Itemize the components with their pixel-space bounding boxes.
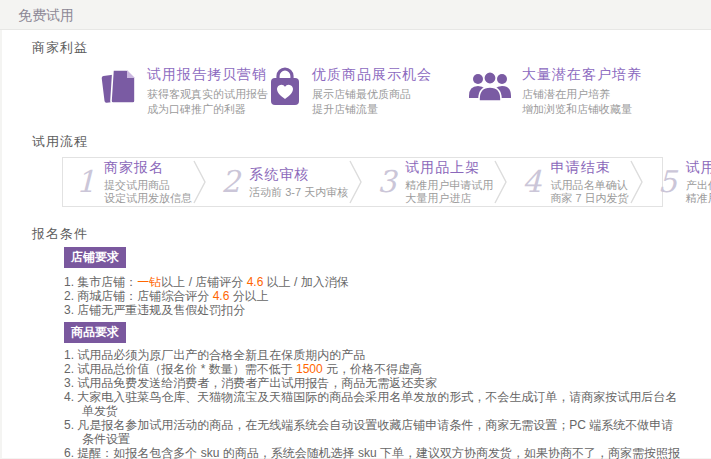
product-requirements-list: 1. 试用品必须为原厂出产的合格全新且在保质期内的产品 2. 试用品总价值（报名… [64, 348, 683, 459]
benefit-title: 大量潜在客户培养 [522, 66, 642, 84]
step-title: 商家报名 [104, 159, 192, 177]
step-number: 2 [221, 167, 240, 197]
copy-report-icon [100, 66, 138, 112]
shop-requirements-badge: 店铺要求 [64, 247, 126, 268]
list-item: 1. 集市店铺：一钻以上 / 店铺评分 4.6 以上 / 加入消保 [64, 275, 683, 289]
chevron-right-icon [192, 159, 208, 205]
benefit-title: 优质商品展示机会 [312, 66, 432, 84]
process-step-2: 2 系统审核 活动前 3-7 天内审核 [208, 166, 348, 199]
list-item: 2. 试用品总价值（报名价 * 数量）需不低于 1500 元，价格不得虚高 [64, 362, 683, 376]
step-number: 1 [76, 167, 95, 197]
chevron-right-icon [629, 159, 645, 205]
step-desc: 精准用户申请试用 [405, 179, 493, 192]
benefit-desc: 增加浏览和店铺收藏量 [522, 102, 642, 117]
step-number: 5 [658, 167, 677, 197]
step-desc: 活动前 3-7 天内审核 [249, 186, 348, 199]
step-desc: 试用品名单确认 [550, 179, 628, 192]
step-desc: 精准用户二次营销 [686, 192, 711, 205]
step-desc: 提交试用商品 [104, 179, 192, 192]
process-heading: 试用流程 [32, 133, 711, 151]
benefit-item-report: 试用报告拷贝营销 获得客观真实的试用报告 成为口碑推广的利器 [100, 66, 267, 117]
step-number: 4 [522, 167, 541, 197]
bag-heart-icon [267, 66, 303, 112]
product-requirements-badge: 商品要求 [64, 322, 126, 343]
benefits-heading: 商家利益 [32, 30, 711, 57]
conditions-heading: 报名条件 [32, 225, 711, 243]
chevron-right-icon [493, 159, 509, 205]
list-item: 3. 店铺无严重违规及售假处罚扣分 [64, 303, 683, 317]
list-item: 6. 提醒：如报名包含多个 sku 的商品，系统会随机选择 sku 下单，建议双… [64, 446, 683, 459]
people-group-icon [467, 66, 513, 110]
step-number: 3 [377, 167, 396, 197]
list-item: 5. 凡是报名参加试用活动的商品，在无线端系统会自动设置收藏店铺申请条件，商家无… [64, 418, 683, 446]
step-title: 试用结束 [686, 159, 711, 177]
process-step-4: 4 申请结束 试用品名单确认 商家 7 日内发货 [509, 159, 628, 205]
benefits-row: 试用报告拷贝营销 获得客观真实的试用报告 成为口碑推广的利器 优质商品展示机会 … [100, 66, 711, 117]
benefit-title: 试用报告拷贝营销 [147, 66, 268, 84]
list-item: 4. 大家电入驻菜鸟仓库、天猫物流宝及天猫国际的商品会采用名单发放的形式，不会生… [64, 390, 683, 418]
benefit-item-customers: 大量潜在客户培养 店铺潜在用户培养 增加浏览和店铺收藏量 [467, 66, 642, 117]
step-desc: 产出优质试用报告 [686, 179, 711, 192]
benefit-desc: 提升店铺流量 [312, 102, 432, 117]
content-panel: 商家利益 试用报告拷贝营销 获得客观真实的试用报告 成为口碑推广的利器 [2, 30, 711, 458]
list-item: 1. 试用品必须为原厂出产的合格全新且在保质期内的产品 [64, 348, 683, 362]
benefit-item-showcase: 优质商品展示机会 展示店铺最优质商品 提升店铺流量 [267, 66, 467, 117]
process-step-1: 1 商家报名 提交试用商品 设定试用发放信息 [63, 159, 192, 205]
benefit-desc: 获得客观真实的试用报告 [147, 87, 268, 102]
chevron-right-icon [348, 159, 364, 205]
step-desc: 大量用户进店 [405, 192, 493, 205]
page-header: 免费试用 [0, 0, 711, 30]
process-step-3: 3 试用品上架 精准用户申请试用 大量用户进店 [364, 159, 493, 205]
step-title: 系统审核 [249, 166, 348, 184]
benefit-desc: 成为口碑推广的利器 [147, 102, 268, 117]
process-step-5: 5 试用结束 产出优质试用报告 精准用户二次营销 [645, 159, 711, 205]
list-item: 3. 试用品免费发送给消费者，消费者产出试用报告，商品无需返还卖家 [64, 376, 683, 390]
benefit-desc: 展示店铺最优质商品 [312, 87, 432, 102]
step-desc: 商家 7 日内发货 [550, 192, 628, 205]
benefit-desc: 店铺潜在用户培养 [522, 87, 642, 102]
shop-requirements-list: 1. 集市店铺：一钻以上 / 店铺评分 4.6 以上 / 加入消保 2. 商城店… [64, 275, 683, 317]
process-strip: 1 商家报名 提交试用商品 设定试用发放信息 2 系统审核 活动前 3-7 天内… [62, 157, 663, 207]
list-item: 2. 商城店铺：店铺综合评分 4.6 分以上 [64, 289, 683, 303]
step-title: 申请结束 [550, 159, 628, 177]
step-title: 试用品上架 [405, 159, 493, 177]
page-title: 免费试用 [18, 7, 74, 23]
step-desc: 设定试用发放信息 [104, 192, 192, 205]
